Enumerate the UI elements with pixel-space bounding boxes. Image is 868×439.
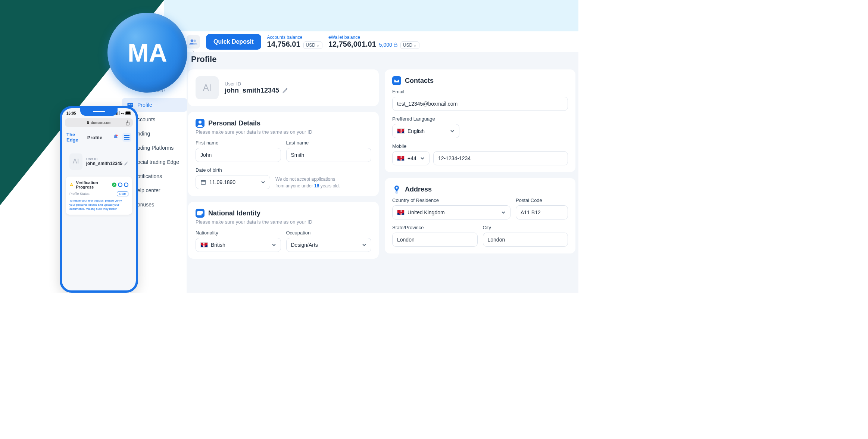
dob-hint: We do not accept applications from anyon… <box>275 176 343 189</box>
sidebar-item-label: onuses <box>137 202 154 208</box>
currency-dropdown[interactable]: USD ⌄ <box>303 41 322 49</box>
main-content: Profile AI User ID john_smith12345 Perso… <box>187 52 578 293</box>
email-input[interactable]: test_12345@boxmail.com <box>392 97 568 111</box>
svg-point-28 <box>202 214 204 216</box>
postal-input[interactable]: A11 B12 <box>516 205 568 220</box>
city-label: City <box>483 225 568 230</box>
chevron-down-icon <box>450 129 455 133</box>
accounts-balance: Accounts balance 14,756.01 USD ⌄ <box>267 35 322 49</box>
bg-lightblue <box>164 0 578 31</box>
quick-deposit-button[interactable]: Quick Deposit <box>206 34 261 50</box>
phone-domain: domain.com <box>91 121 111 125</box>
svg-rect-9 <box>87 122 89 124</box>
phone-mockup: 16:05 domain.com TheEdge Profile AI User… <box>60 106 138 293</box>
chevron-down-icon <box>272 243 276 247</box>
share-icon[interactable] <box>125 120 130 125</box>
mail-icon <box>392 76 401 85</box>
last-name-input[interactable]: Smith <box>286 148 372 162</box>
currency-dropdown[interactable]: USD ⌄ <box>400 41 419 49</box>
balance-value: 12,756,001.01 <box>328 40 376 49</box>
calendar-icon <box>200 179 206 185</box>
section-hint: Please make sure your data is the same a… <box>196 219 371 225</box>
sidebar-item-label: ading Platforms <box>137 145 174 151</box>
sidebar-item-label: ccounts <box>137 116 155 122</box>
chevron-down-icon: ⌄ <box>192 48 195 52</box>
section-title: Contacts <box>405 77 434 85</box>
svg-rect-16 <box>71 186 72 186</box>
city-input[interactable]: London <box>483 233 568 247</box>
svg-point-21 <box>199 121 202 124</box>
phone-user-card: AI User ID john_smith12345 <box>66 150 132 174</box>
section-hint: Please make sure your data is the same a… <box>196 129 371 135</box>
mobile-prefix-select[interactable]: +44 <box>392 151 430 165</box>
svg-rect-13 <box>124 137 129 138</box>
verif-help-text: To make your first deposit, please verif… <box>69 199 128 211</box>
svg-point-1 <box>129 104 130 105</box>
profile-status-label: Profile Status: <box>69 192 90 196</box>
mobile-number-input[interactable]: 12-1234-1234 <box>433 151 568 165</box>
last-name-label: Last name <box>286 140 372 146</box>
menu-icon <box>124 135 129 140</box>
country-select[interactable]: United Kingdom <box>392 205 511 220</box>
address-card: Address Country of Residence United King… <box>385 178 575 253</box>
svg-rect-8 <box>126 112 130 114</box>
first-name-label: First name <box>196 140 281 146</box>
svg-point-17 <box>191 40 193 42</box>
userid-label: User ID <box>225 81 288 87</box>
avatar: AI <box>196 76 219 99</box>
draft-badge: Draft <box>117 192 128 196</box>
email-label: Email <box>392 89 568 94</box>
national-identity-card: National Identity Please make sure your … <box>188 202 379 259</box>
postal-label: Postal Code <box>516 197 568 203</box>
lock-icon <box>87 121 90 125</box>
svg-rect-5 <box>118 112 118 115</box>
users-icon <box>189 39 197 45</box>
edit-icon[interactable] <box>282 88 288 94</box>
lock-icon <box>394 43 397 47</box>
svg-rect-6 <box>119 111 119 115</box>
balance-extra: 5,000 <box>379 42 397 48</box>
ma-avatar-bubble: MA <box>107 13 187 93</box>
app-logo: TheEdge <box>66 132 78 143</box>
svg-point-31 <box>396 187 398 189</box>
phone-status-icons <box>116 111 131 115</box>
bell-button[interactable] <box>111 133 120 142</box>
phone-username: john_smith12345 <box>86 161 128 166</box>
username: john_smith12345 <box>225 87 288 94</box>
state-label: State/Province <box>392 225 478 230</box>
phone-app-header: TheEdge Profile <box>62 128 136 147</box>
menu-button[interactable] <box>122 133 131 142</box>
progress-dot-done <box>112 183 116 187</box>
first-name-input[interactable]: John <box>196 148 281 162</box>
state-input[interactable]: London <box>392 233 478 247</box>
ewallet-balance: eWallet balance 12,756,001.01 5,000 USD … <box>328 35 419 49</box>
phone-url-bar[interactable]: domain.com <box>65 118 133 127</box>
nationality-select[interactable]: British <box>196 238 281 252</box>
occupation-select[interactable]: Design/Arts <box>286 238 372 252</box>
id-card-icon <box>196 209 204 218</box>
progress-dot <box>124 183 128 187</box>
svg-rect-29 <box>392 76 401 85</box>
sidebar-item-label: otifications <box>137 173 162 179</box>
nationality-label: Nationality <box>196 230 281 236</box>
balance-label: eWallet balance <box>328 35 419 40</box>
chevron-down-icon <box>420 156 425 161</box>
chevron-down-icon <box>362 243 366 247</box>
progress-dot <box>118 183 122 187</box>
svg-rect-22 <box>201 180 206 184</box>
phone-time: 16:05 <box>66 111 76 115</box>
svg-point-18 <box>193 40 196 42</box>
page-title: Profile <box>188 52 575 69</box>
language-select[interactable]: English <box>392 124 459 138</box>
chevron-down-icon: ⌄ <box>413 43 417 48</box>
dob-input[interactable]: 11.09.1890 <box>196 175 270 189</box>
user-dropdown[interactable]: ⌄ <box>187 35 200 49</box>
contacts-card: Contacts Email test_12345@boxmail.com Pr… <box>385 69 575 172</box>
verification-card: Verification Progress Profile Status: Dr… <box>66 177 132 215</box>
mobile-label: Mobile <box>392 143 568 149</box>
sidebar-item-label: Profile <box>137 102 152 108</box>
progress-dots <box>112 183 128 187</box>
edit-icon[interactable] <box>124 161 128 166</box>
language-label: Preffered Language <box>392 116 459 122</box>
svg-rect-15 <box>71 184 72 185</box>
